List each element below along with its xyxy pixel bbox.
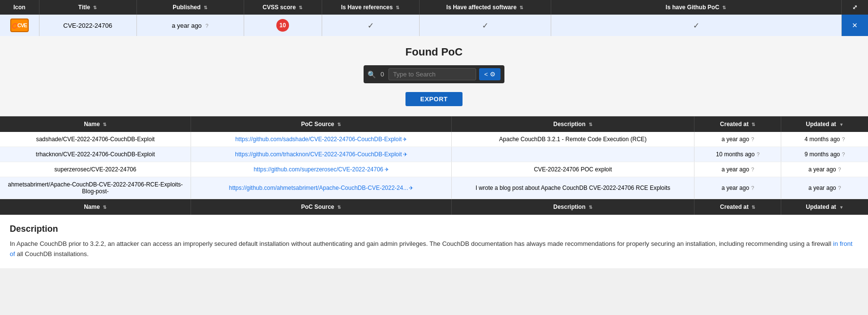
poc-row-created-at: a year ago? [694, 177, 781, 199]
table-row: superzerosec/CVE-2022-24706https://githu… [0, 162, 868, 177]
search-icon: 🔍 [367, 71, 376, 78]
cve-icon: ◯CVE [10, 19, 29, 32]
poc-source-link[interactable]: https://github.com/sadshade/CVE-2022-247… [235, 136, 402, 143]
sort-icon-poc-updated: ▼ [839, 122, 844, 127]
created-time: a year ago [721, 136, 749, 143]
poc-row-description [451, 147, 694, 162]
col-header-affected[interactable]: Is Have affected software ⇅ [419, 0, 551, 15]
poc-col-name[interactable]: Name ⇅ [0, 116, 191, 132]
sort-icon-title: ⇅ [93, 5, 97, 10]
updated-help-icon: ? [842, 136, 845, 142]
updated-help-icon: ? [842, 151, 845, 157]
poc-table-footer-row: Name ⇅ PoC Source ⇅ Description ⇅ Create… [0, 199, 868, 215]
poc-col-desc-label: Description [553, 121, 585, 128]
col-header-affected-label: Is Have affected software [446, 4, 517, 11]
poc-row-description: I wrote a blog post about Apache CouchDB… [451, 177, 694, 199]
sort-icon-footer-updated: ▼ [839, 205, 844, 210]
poc-row-created-at: 10 months ago? [694, 147, 781, 162]
poc-footer-col-created[interactable]: Created at ⇅ [694, 199, 781, 215]
sort-icon-poc-created: ⇅ [752, 122, 755, 127]
cve-row: ◯CVE CVE-2022-24706 a year ago ? 10 ✓ ✓ [0, 15, 868, 36]
col-header-github[interactable]: Is have Github PoC ⇅ [551, 0, 841, 15]
poc-row-source: https://github.com/trhacknon/CVE-2022-24… [191, 147, 451, 162]
published-help-icon: ? [205, 23, 208, 29]
poc-row-source: https://github.com/ahmetsabrimert/Apache… [191, 177, 451, 199]
search-bar: 🔍 0 < ⚙ [364, 65, 504, 83]
poc-row-updated-at: 4 months ago? [781, 132, 868, 147]
cve-title: CVE-2022-24706 [63, 22, 112, 29]
expand-button[interactable]: ✕ [848, 19, 862, 31]
poc-source-link[interactable]: https://github.com/superzerosec/CVE-2022… [253, 166, 383, 173]
description-section: Description In Apache CouchDB prior to 3… [0, 215, 868, 268]
poc-row-updated-at: 9 months ago? [781, 147, 868, 162]
sort-icon-published: ⇅ [204, 5, 208, 10]
external-link-icon: ✈ [385, 167, 389, 172]
search-input[interactable] [388, 68, 476, 80]
poc-source-link[interactable]: https://github.com/trhacknon/CVE-2022-24… [235, 151, 402, 158]
updated-time: a year ago [809, 166, 836, 173]
sort-icon-poc-desc: ⇅ [589, 122, 593, 127]
table-row: ahmetsabrimert/Apache-CouchDB-CVE-2022-2… [0, 177, 868, 199]
sort-icon-github: ⇅ [722, 5, 726, 10]
affected-check-icon: ✓ [482, 21, 488, 30]
col-header-title-label: Title [78, 4, 90, 11]
external-link-icon: ✈ [403, 151, 407, 157]
poc-row-description: CVE-2022-24706 POC exploit [451, 162, 694, 177]
github-cell: ✓ [551, 15, 841, 36]
expand-cell[interactable]: ✕ [841, 15, 868, 36]
poc-col-updated[interactable]: Updated at ▼ [781, 116, 868, 132]
published-cell: a year ago ? [136, 15, 244, 36]
external-link-icon: ✈ [409, 185, 413, 191]
published-time: a year ago [172, 22, 201, 29]
affected-cell: ✓ [419, 15, 551, 36]
updated-help-icon: ? [838, 167, 841, 172]
poc-col-desc[interactable]: Description ⇅ [451, 116, 694, 132]
poc-row-source: https://github.com/superzerosec/CVE-2022… [191, 162, 451, 177]
created-time: a year ago [721, 166, 749, 173]
found-poc-title: Found PoC [10, 46, 858, 58]
poc-footer-source-label: PoC Source [301, 204, 334, 210]
col-header-refs[interactable]: Is Have references ⇅ [322, 0, 419, 15]
export-button[interactable]: EXPORT [405, 92, 462, 106]
poc-footer-col-name[interactable]: Name ⇅ [0, 199, 191, 215]
poc-row-updated-at: a year ago? [781, 177, 868, 199]
poc-footer-col-updated[interactable]: Updated at ▼ [781, 199, 868, 215]
col-header-published-label: Published [173, 4, 200, 11]
poc-table: Name ⇅ PoC Source ⇅ Description ⇅ Create… [0, 116, 868, 215]
col-header-icon[interactable]: Icon [0, 0, 39, 15]
table-row: sadshade/CVE-2022-24706-CouchDB-Exploith… [0, 132, 868, 147]
search-count: 0 [379, 71, 386, 78]
description-title: Description [10, 224, 858, 234]
sort-icon-affected: ⇅ [520, 5, 523, 10]
sort-icon-refs: ⇅ [396, 5, 400, 10]
filter-button[interactable]: < ⚙ [479, 68, 500, 80]
poc-footer-col-source[interactable]: PoC Source ⇅ [191, 199, 451, 215]
col-header-cvss[interactable]: CVSS score ⇅ [244, 0, 322, 15]
poc-col-source[interactable]: PoC Source ⇅ [191, 116, 451, 132]
updated-help-icon: ? [838, 185, 841, 191]
poc-row-name: ahmetsabrimert/Apache-CouchDB-CVE-2022-2… [0, 177, 191, 199]
refs-cell: ✓ [322, 15, 419, 36]
sort-icon-poc-name: ⇅ [103, 122, 107, 127]
sort-icon-cvss: ⇅ [299, 5, 303, 10]
col-header-published[interactable]: Published ⇅ [136, 0, 244, 15]
poc-footer-col-desc[interactable]: Description ⇅ [451, 199, 694, 215]
col-header-title[interactable]: Title ⇅ [39, 0, 136, 15]
expand-all-icon: ⤢ [852, 4, 857, 11]
description-text: In Apache CouchDB prior to 3.2.2, an att… [10, 239, 858, 259]
poc-row-created-at: a year ago? [694, 132, 781, 147]
poc-source-link[interactable]: https://github.com/ahmetsabrimert/Apache… [229, 185, 408, 191]
created-help-icon: ? [751, 185, 754, 191]
poc-col-created-label: Created at [720, 121, 749, 128]
col-header-github-label: Is have Github PoC [666, 4, 719, 11]
title-cell: CVE-2022-24706 [39, 15, 136, 36]
poc-row-name: sadshade/CVE-2022-24706-CouchDB-Exploit [0, 132, 191, 147]
poc-row-updated-at: a year ago? [781, 162, 868, 177]
poc-col-created[interactable]: Created at ⇅ [694, 116, 781, 132]
created-help-icon: ? [756, 151, 759, 157]
poc-col-updated-label: Updated at [806, 121, 836, 128]
cve-data-row-table: ◯CVE CVE-2022-24706 a year ago ? 10 ✓ ✓ [0, 15, 868, 36]
poc-footer-desc-label: Description [553, 204, 585, 210]
updated-time: a year ago [809, 185, 836, 191]
poc-row-created-at: a year ago? [694, 162, 781, 177]
